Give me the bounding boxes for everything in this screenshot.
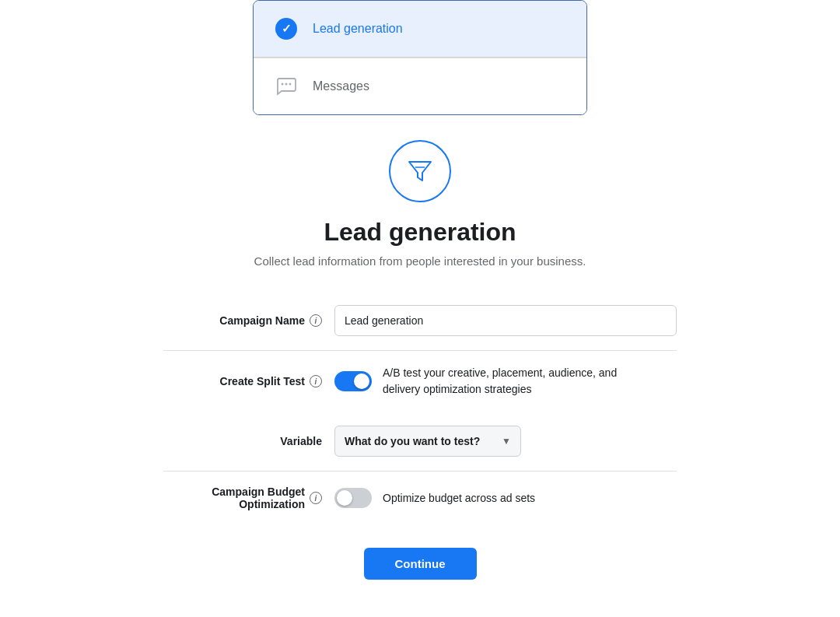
- split-test-label: Create Split Test i: [163, 375, 334, 387]
- campaign-name-label: Campaign Name i: [163, 314, 334, 327]
- option-card-lead-generation[interactable]: Lead generation: [254, 1, 586, 58]
- split-test-toggle-wrapper: A/B test your creative, placement, audie…: [334, 365, 647, 398]
- funnel-icon: [389, 140, 451, 202]
- svg-point-0: [282, 83, 284, 86]
- variable-label: Variable: [163, 435, 334, 447]
- check-circle-icon: [275, 18, 297, 40]
- option-cards-container: Lead generation Messages: [253, 0, 587, 115]
- main-content: Lead generation Collect lead information…: [148, 140, 692, 580]
- budget-optimization-row: Campaign Budget Optimization i Optimize …: [163, 472, 677, 524]
- messages-label: Messages: [313, 79, 369, 93]
- split-test-row: Create Split Test i A/B test your creati…: [163, 351, 677, 412]
- page-subtitle: Collect lead information from people int…: [254, 254, 586, 268]
- split-test-info-icon[interactable]: i: [310, 375, 322, 387]
- budget-optimization-info-icon[interactable]: i: [310, 492, 322, 504]
- split-test-description: A/B test your creative, placement, audie…: [383, 365, 647, 398]
- campaign-name-row: Campaign Name i: [163, 291, 677, 350]
- budget-optimization-description: Optimize budget across ad sets: [383, 490, 535, 507]
- variable-row: Variable What do you want to test? ▼: [163, 412, 677, 471]
- split-test-toggle[interactable]: [334, 371, 372, 391]
- dropdown-arrow-icon: ▼: [502, 436, 511, 447]
- page-title: Lead generation: [324, 218, 516, 247]
- svg-point-2: [289, 83, 292, 86]
- budget-optimization-toggle[interactable]: [334, 488, 372, 508]
- svg-point-1: [285, 83, 288, 86]
- continue-button[interactable]: Continue: [364, 548, 477, 580]
- campaign-form: Campaign Name i Create Split Test i A/B …: [163, 291, 677, 524]
- budget-optimization-knob: [337, 490, 352, 506]
- campaign-name-info-icon[interactable]: i: [310, 314, 322, 327]
- option-card-messages[interactable]: Messages: [254, 58, 586, 114]
- variable-dropdown[interactable]: What do you want to test? ▼: [334, 426, 521, 457]
- budget-optimization-toggle-wrapper: Optimize budget across ad sets: [334, 488, 535, 508]
- split-test-knob: [354, 373, 369, 389]
- lead-generation-icon: [272, 15, 300, 43]
- budget-optimization-label: Campaign Budget Optimization i: [163, 486, 334, 510]
- variable-dropdown-text: What do you want to test?: [345, 435, 480, 447]
- lead-generation-label: Lead generation: [313, 22, 403, 36]
- campaign-name-input[interactable]: [334, 305, 677, 336]
- messages-icon: [272, 72, 300, 100]
